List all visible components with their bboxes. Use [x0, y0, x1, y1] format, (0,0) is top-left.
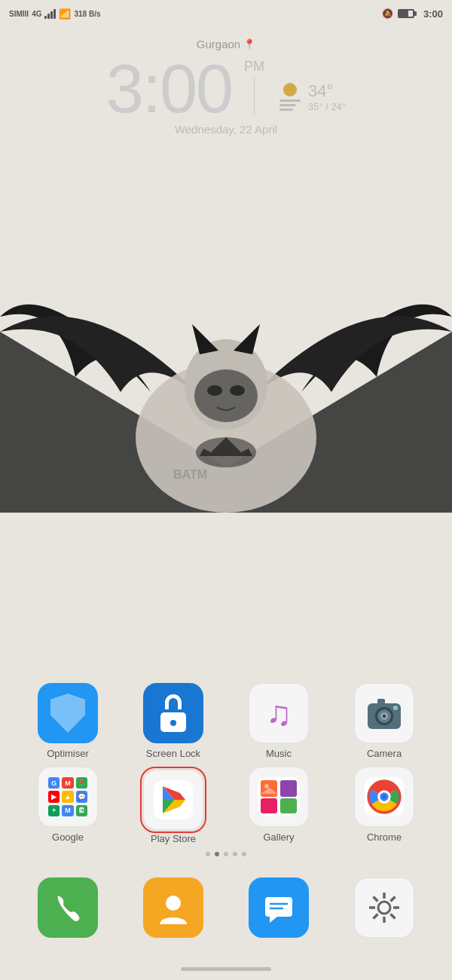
- contacts-svg-icon: [157, 891, 190, 924]
- clock-time: 3:00: [106, 55, 232, 123]
- clock-row: 3:00 PM 34° 35° / 24°: [106, 55, 346, 123]
- page-dot-4: [233, 852, 237, 856]
- phone-svg-icon: [52, 892, 84, 923]
- app-item-screenlock[interactable]: Screen Lock: [132, 683, 215, 759]
- app-item-optimiser[interactable]: Optimiser: [26, 683, 109, 759]
- carrier-text: SIMIII: [9, 10, 29, 18]
- app-item-google[interactable]: G M 📍 ▶ ▲ 💬 + M 🗓 Google: [26, 767, 109, 844]
- playstore-label: Play Store: [151, 833, 196, 844]
- gallery-label: Gallery: [263, 831, 294, 843]
- settings-svg-icon: [365, 889, 403, 926]
- svg-rect-16: [377, 699, 385, 704]
- app-item-camera[interactable]: Camera: [343, 683, 426, 759]
- wifi-icon: 📶: [59, 8, 71, 20]
- playstore-highlight-box: [140, 767, 206, 833]
- svg-marker-38: [270, 917, 277, 923]
- playstore-icon-wrap[interactable]: [143, 770, 203, 830]
- dock-item-contacts[interactable]: [132, 877, 215, 942]
- screenlock-label: Screen Lock: [146, 748, 200, 759]
- app-item-playstore[interactable]: Play Store: [132, 767, 215, 844]
- svg-point-5: [194, 369, 258, 422]
- battery-icon: [398, 9, 414, 18]
- clock-ampm: PM: [244, 59, 264, 75]
- settings-icon-wrap[interactable]: [354, 877, 414, 938]
- svg-rect-27: [261, 798, 277, 813]
- svg-line-48: [391, 897, 396, 902]
- svg-rect-37: [265, 897, 292, 917]
- svg-point-17: [393, 706, 398, 710]
- playstore-svg-icon: [154, 780, 193, 819]
- app-item-gallery[interactable]: Gallery: [237, 767, 320, 844]
- gallery-icon-wrap[interactable]: [249, 767, 309, 827]
- svg-point-41: [378, 902, 390, 914]
- google-grid-icon: G M 📍 ▶ ▲ 💬 + M 🗓: [48, 777, 87, 816]
- svg-point-29: [264, 784, 269, 789]
- chrome-svg-icon: [365, 777, 404, 816]
- svg-point-6: [207, 385, 222, 396]
- svg-line-47: [391, 914, 396, 919]
- temp-range: 35° / 24°: [308, 101, 346, 112]
- phone-icon-wrap[interactable]: [38, 877, 98, 938]
- svg-rect-28: [280, 798, 297, 813]
- weather-info: 34° 35° / 24°: [308, 81, 346, 112]
- network-type: 4G: [32, 10, 41, 18]
- optimiser-label: Optimiser: [47, 748, 89, 759]
- mute-icon: 🔕: [382, 8, 393, 19]
- chrome-icon-wrap[interactable]: [354, 767, 414, 827]
- status-bar: SIMIII 4G 📶 318 B/s 🔕 3:00: [0, 0, 452, 27]
- google-label: Google: [52, 831, 84, 843]
- location-text: Gurgaon: [197, 38, 240, 51]
- screenlock-icon[interactable]: [143, 683, 203, 743]
- messages-svg-icon: [262, 891, 295, 924]
- music-label: Music: [266, 748, 292, 759]
- music-icon[interactable]: ♫: [249, 683, 309, 743]
- batman-wallpaper: BATM: [0, 256, 452, 513]
- status-left: SIMIII 4G 📶 318 B/s: [9, 8, 101, 20]
- contacts-icon-wrap[interactable]: [143, 877, 203, 938]
- page-dot-2: [215, 852, 219, 856]
- messages-icon-wrap[interactable]: [249, 877, 309, 938]
- app-item-music[interactable]: ♫ Music: [237, 683, 320, 759]
- camera-label: Camera: [367, 748, 402, 759]
- date-text: Wednesday, 22 April: [175, 123, 277, 136]
- location-line: Gurgaon 📍: [197, 38, 255, 51]
- camera-svg-icon: [364, 693, 405, 733]
- weather-lines-icon: [279, 100, 301, 111]
- shield-icon: [50, 694, 85, 733]
- dock-item-phone[interactable]: [26, 877, 109, 942]
- page-indicators: [0, 852, 452, 856]
- clock-widget: Gurgaon 📍 3:00 PM 34° 35° / 24° Wednesda…: [0, 38, 452, 136]
- dock-item-settings[interactable]: [343, 877, 426, 942]
- home-pill[interactable]: [181, 967, 271, 971]
- app-grid: Optimiser Screen Lock ♫ Music: [0, 683, 452, 867]
- page-dot-1: [206, 852, 210, 856]
- svg-marker-4: [234, 324, 260, 354]
- svg-point-15: [383, 715, 386, 718]
- svg-marker-3: [192, 324, 218, 354]
- camera-icon-wrap[interactable]: [354, 683, 414, 743]
- dock-item-messages[interactable]: [237, 877, 320, 942]
- dock: [0, 877, 452, 942]
- app-row-2: G M 📍 ▶ ▲ 💬 + M 🗓 Google: [0, 767, 452, 844]
- status-right: 🔕 3:00: [382, 8, 443, 20]
- data-speed: 318 B/s: [74, 10, 100, 18]
- gallery-svg-icon: [258, 777, 300, 816]
- status-time: 3:00: [423, 8, 443, 20]
- svg-text:BATM: BATM: [173, 468, 207, 481]
- svg-rect-26: [280, 780, 297, 797]
- google-icon-wrap[interactable]: G M 📍 ▶ ▲ 💬 + M 🗓: [38, 767, 98, 827]
- batman-svg: BATM: [0, 256, 452, 513]
- app-row-1: Optimiser Screen Lock ♫ Music: [0, 683, 452, 759]
- location-pin-icon: 📍: [243, 38, 255, 50]
- chrome-label: Chrome: [367, 831, 402, 843]
- svg-line-46: [374, 897, 378, 902]
- music-note-icon: ♫: [266, 693, 292, 733]
- weather-section: 34° 35° / 24°: [279, 81, 346, 112]
- app-item-chrome[interactable]: Chrome: [343, 767, 426, 844]
- svg-point-7: [230, 385, 245, 396]
- lock-icon: [157, 694, 189, 732]
- signal-bars-icon: [44, 8, 56, 19]
- sun-icon: [283, 83, 297, 96]
- optimiser-icon[interactable]: [38, 683, 98, 743]
- svg-point-35: [382, 795, 386, 799]
